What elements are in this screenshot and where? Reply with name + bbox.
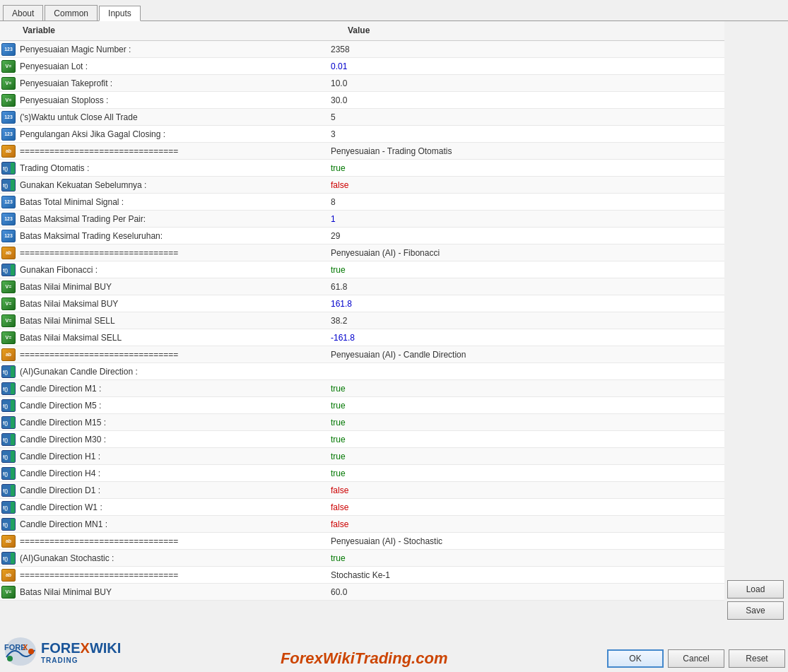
save-button[interactable]: Save [727,601,784,620]
table-row[interactable]: ab================================Penyes… [0,244,724,261]
table-row[interactable]: ab================================Stocha… [0,567,724,584]
row-icon-ab: ab [0,567,17,583]
svg-rect-10 [11,366,15,377]
table-row[interactable]: f()Gunakan Fibonacci :true [0,261,724,278]
tab-about[interactable]: About [3,5,43,20]
row-variable: ('s)Waktu untuk Close All Trade [17,111,325,124]
load-button[interactable]: Load [727,580,784,599]
table-row[interactable]: 123Pengulangan Aksi Jika Gagal Closing :… [0,126,724,143]
table-row[interactable]: 123('s)Waktu untuk Close All Trade5 [0,109,724,126]
row-value[interactable]: 60.0 [325,586,724,599]
svg-rect-1 [11,163,15,174]
tab-common[interactable]: Common [45,5,98,20]
row-value[interactable]: Penyesuaian (AI) - Candle Direction [325,348,724,361]
table-row[interactable]: f()Trading Otomatis :true [0,160,724,177]
svg-point-46 [28,649,34,654]
row-value[interactable]: true [325,162,724,175]
table-row[interactable]: V=Batas Nilai Minimal SELL38.2 [0,312,724,329]
row-value[interactable]: 29 [325,230,724,242]
table-row[interactable]: f()Candle Direction MN1 :false [0,516,724,533]
table-row[interactable]: V=Batas Nilai Minimal BUY60.0 [0,584,724,601]
table-row[interactable]: f()Gunakan Kekuatan Sebelumnya :false [0,177,724,194]
row-value[interactable]: false [325,484,724,497]
table-row[interactable]: V=Batas Nilai Maksimal BUY161.8 [0,295,724,312]
svg-text:f(): f() [3,454,8,460]
row-value[interactable] [325,370,724,373]
row-variable: Batas Nilai Minimal SELL [17,314,325,327]
row-value[interactable]: true [325,450,724,463]
row-icon-123: 123 [0,194,17,210]
row-value[interactable]: 10.0 [325,77,724,90]
tabs-bar: About Common Inputs [0,0,788,21]
table-row[interactable]: f()(AI)Gunakan Candle Direction : [0,363,724,380]
row-value[interactable]: true [325,433,724,446]
table-row[interactable]: 123Batas Maksimal Trading Keseluruhan:29 [0,228,724,244]
table-row[interactable]: f()Candle Direction H4 :true [0,465,724,482]
row-value[interactable]: false [325,501,724,514]
table-row[interactable]: V=Penyesuaian Lot :0.01 [0,58,724,75]
row-value[interactable]: Penyesuaian (AI) - Fibonacci [325,247,724,259]
table-row[interactable]: 123Batas Total Minimal Signal :8 [0,194,724,211]
row-value[interactable]: true [325,264,724,276]
table-row[interactable]: f()Candle Direction M30 :true [0,431,724,448]
row-variable: Candle Direction H1 : [17,450,325,463]
table-row[interactable]: V=Penyesuaian Stoploss :30.0 [0,92,724,109]
row-variable: Candle Direction M15 : [17,416,325,429]
row-variable: Batas Nilai Maksimal BUY [17,297,325,310]
row-variable: Batas Nilai Maksimal SELL [17,331,325,344]
table-row[interactable]: ab================================Penyes… [0,346,724,363]
table-row[interactable]: f()(AI)Gunakan Stochastic :true [0,550,724,567]
row-value[interactable]: false [325,518,724,531]
row-value[interactable]: 2358 [325,43,724,56]
row-value[interactable]: 161.8 [325,297,724,310]
bottom-area: FORE X FOREX WIKI TRADING ForexWikiTradi… [0,623,788,672]
table-row[interactable]: V=Penyesuaian Takeprofit :10.0 [0,75,724,92]
table-row[interactable]: f()Candle Direction M1 :true [0,380,724,397]
table-row[interactable]: V=Batas Nilai Minimal BUY61.8 [0,278,724,295]
row-value[interactable]: 5 [325,111,724,124]
table-row[interactable]: 123Batas Maksimal Trading Per Pair:1 [0,211,724,228]
table-row[interactable]: 123Penyesuaian Magic Number :2358 [0,41,724,58]
row-value[interactable]: false [325,179,724,191]
row-value[interactable]: -161.8 [325,331,724,344]
table-row[interactable]: f()Candle Direction H1 :true [0,448,724,465]
row-value[interactable]: 0.01 [325,60,724,73]
svg-text:f(): f() [3,183,8,189]
row-value[interactable]: true [325,552,724,565]
col-header-variable: Variable [17,24,342,37]
reset-button[interactable]: Reset [729,649,785,668]
row-variable: ================================ [17,145,325,158]
row-icon-bool: f() [0,517,17,532]
row-value[interactable]: true [325,399,724,412]
logo-trading-text: TRADING [41,656,78,664]
svg-text:f(): f() [3,556,8,562]
table-row[interactable]: f()Candle Direction M5 :true [0,397,724,414]
table-row[interactable]: f()Candle Direction D1 :false [0,482,724,499]
cancel-button[interactable]: Cancel [668,649,724,668]
table-row[interactable]: ab================================Penyes… [0,533,724,550]
ok-button[interactable]: OK [607,649,664,668]
table-row[interactable]: ab================================Penyes… [0,143,724,160]
svg-rect-16 [11,400,15,411]
row-value[interactable]: Penyesuaian (AI) - Stochastic [325,535,724,548]
row-value[interactable]: true [325,382,724,395]
row-value[interactable]: 61.8 [325,281,724,293]
table-body[interactable]: 123Penyesuaian Magic Number :2358V=Penye… [0,41,724,623]
row-value[interactable]: Stochastic Ke-1 [325,569,724,582]
row-value[interactable]: 3 [325,128,724,141]
row-value[interactable]: 8 [325,196,724,208]
table-row[interactable]: f()Candle Direction W1 :false [0,499,724,516]
row-value[interactable]: 38.2 [325,314,724,327]
row-icon-bool: f() [0,449,17,464]
table-row[interactable]: f()Candle Direction M15 :true [0,414,724,431]
svg-rect-22 [11,434,15,445]
row-value[interactable]: true [325,467,724,480]
row-value[interactable]: true [325,416,724,429]
row-value[interactable]: 30.0 [325,94,724,107]
table-row[interactable]: V=Batas Nilai Maksimal SELL-161.8 [0,329,724,346]
row-value[interactable]: 1 [325,213,724,225]
row-value[interactable]: Penyesuaian - Trading Otomatis [325,145,724,158]
row-icon-bool: f() [0,381,17,396]
row-variable: (AI)Gunakan Stochastic : [17,552,325,565]
tab-inputs[interactable]: Inputs [99,6,141,21]
